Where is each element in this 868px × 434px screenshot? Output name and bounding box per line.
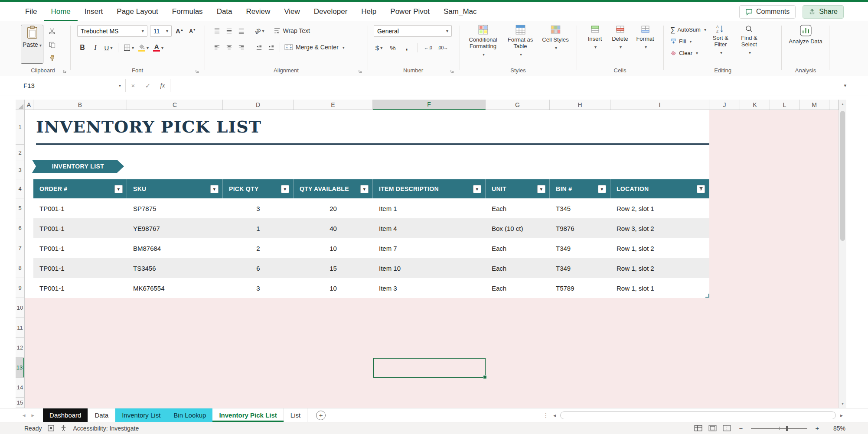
row-header-2[interactable]: 2 — [16, 145, 24, 161]
cell-row9-item-description[interactable]: Item 3 — [373, 278, 486, 298]
menu-tab-home[interactable]: Home — [44, 2, 77, 21]
zoom-slider-thumb[interactable] — [786, 426, 788, 431]
tab-nav-left-icon[interactable]: ◂ — [23, 412, 26, 418]
underline-button[interactable]: U▾ — [103, 42, 114, 53]
clipboard-dialog-launcher[interactable] — [61, 68, 68, 74]
cell-row5-unit[interactable]: Each — [486, 198, 550, 218]
cell-row7-pick-qty[interactable]: 2 — [223, 238, 294, 258]
row-header-15[interactable]: 15 — [16, 398, 24, 408]
cells-area[interactable]: INVENTORY PICK LIST INVENTORY LIST ORDER… — [25, 110, 839, 408]
cell-row7-bin[interactable]: T349 — [550, 238, 610, 258]
column-header-E[interactable]: E — [294, 100, 373, 110]
column-header-H[interactable]: H — [550, 100, 610, 110]
cell-row8-unit[interactable]: Each — [486, 258, 550, 278]
sheet-tab-dashboard[interactable]: Dashboard — [43, 408, 88, 422]
cell-row9-unit[interactable]: Each — [486, 278, 550, 298]
cell-row6-unit[interactable]: Box (10 ct) — [486, 218, 550, 238]
share-button[interactable]: Share — [803, 5, 844, 19]
increase-decimal-button[interactable]: ←.0 — [423, 42, 433, 53]
alignment-dialog-launcher[interactable] — [357, 68, 363, 74]
comments-button[interactable]: Comments — [739, 5, 796, 19]
percent-style-button[interactable]: % — [388, 42, 398, 53]
macro-record-icon[interactable] — [48, 425, 54, 431]
cell-row8-location[interactable]: Row 1, slot 2 — [610, 258, 709, 278]
orientation-button[interactable]: ab▾ — [254, 25, 265, 36]
normal-view-button[interactable] — [694, 425, 702, 431]
column-header-G[interactable]: G — [486, 100, 550, 110]
column-header-D[interactable]: D — [223, 100, 294, 110]
sheet-tab-bin-lookup[interactable]: Bin Lookup — [167, 408, 212, 422]
increase-font-size-button[interactable]: A▲ — [174, 26, 185, 37]
bold-button[interactable]: B — [77, 42, 88, 53]
cell-row8-pick-qty[interactable]: 6 — [223, 258, 294, 278]
cell-row5-bin[interactable]: T345 — [550, 198, 610, 218]
menu-tab-view[interactable]: View — [277, 2, 307, 21]
format-painter-button[interactable] — [47, 52, 57, 64]
cut-button[interactable] — [47, 26, 57, 37]
cell-row7-sku[interactable]: BM87684 — [127, 238, 223, 258]
row-header-13[interactable]: 13 — [16, 358, 24, 378]
clear-button[interactable]: Clear▾ — [670, 47, 706, 59]
align-left-button[interactable] — [212, 42, 222, 53]
row-header-6[interactable]: 6 — [16, 218, 24, 238]
decrease-decimal-button[interactable]: .00→ — [437, 42, 449, 53]
menu-tab-formulas[interactable]: Formulas — [165, 2, 210, 21]
cell-row6-qty-available[interactable]: 40 — [294, 218, 373, 238]
cell-row7-item-description[interactable]: Item 7 — [373, 238, 486, 258]
wrap-text-button[interactable]: Wrap Text — [273, 25, 311, 36]
enter-button[interactable]: ✓ — [140, 79, 155, 92]
zoom-in-button[interactable]: + — [813, 424, 821, 432]
sheet-tab-list[interactable]: List — [284, 408, 307, 422]
cell-row5-sku[interactable]: SP7875 — [127, 198, 223, 218]
table-resize-handle[interactable] — [705, 294, 709, 298]
column-header-A[interactable]: A — [25, 100, 33, 110]
column-header-B[interactable]: B — [33, 100, 127, 110]
cell-row9-qty-available[interactable]: 10 — [294, 278, 373, 298]
name-box[interactable]: F13▾ — [17, 79, 126, 92]
number-dialog-launcher[interactable] — [449, 68, 455, 74]
decrease-indent-button[interactable] — [254, 42, 264, 53]
accounting-format-button[interactable]: $▾ — [374, 42, 384, 53]
menu-tab-review[interactable]: Review — [239, 2, 277, 21]
copy-button[interactable] — [47, 39, 57, 50]
new-sheet-button[interactable]: + — [316, 411, 326, 420]
comma-style-button[interactable]: , — [401, 42, 412, 53]
row-header-7[interactable]: 7 — [16, 238, 24, 258]
cell-row8-qty-available[interactable]: 15 — [294, 258, 373, 278]
cell-row6-sku[interactable]: YE98767 — [127, 218, 223, 238]
scroll-up-button[interactable]: ▴ — [839, 100, 846, 108]
horizontal-scrollbar[interactable] — [560, 411, 836, 419]
column-header-J[interactable]: J — [709, 100, 740, 110]
cell-row7-location[interactable]: Row 1, slot 2 — [610, 238, 709, 258]
column-header-M[interactable]: M — [799, 100, 829, 110]
zoom-out-button[interactable]: − — [737, 424, 745, 432]
font-name-select[interactable]: Trebuchet MS▾ — [77, 25, 147, 37]
zoom-slider[interactable] — [751, 425, 807, 431]
fill-color-button[interactable]: ▾ — [137, 42, 150, 53]
row-header-1[interactable]: 1 — [16, 110, 24, 145]
row-header-10[interactable]: 10 — [16, 298, 24, 318]
column-header-C[interactable]: C — [127, 100, 223, 110]
tab-nav-right-icon[interactable]: ▸ — [32, 412, 35, 418]
cell-row7-order[interactable]: TP001-1 — [33, 238, 127, 258]
menu-tab-help[interactable]: Help — [354, 2, 383, 21]
cancel-button[interactable]: × — [126, 79, 140, 92]
filter-sort-button-location[interactable] — [697, 185, 705, 193]
align-top-button[interactable] — [212, 25, 222, 36]
cell-row5-pick-qty[interactable]: 3 — [223, 198, 294, 218]
filter-button-pick-qty[interactable]: ▾ — [281, 185, 289, 193]
cell-row6-bin[interactable]: T9876 — [550, 218, 610, 238]
column-header-K[interactable]: K — [740, 100, 770, 110]
cell-row9-location[interactable]: Row 1, slot 1 — [610, 278, 709, 298]
select-all-corner[interactable] — [16, 100, 25, 110]
filter-button-sku[interactable]: ▾ — [210, 185, 219, 193]
row-header-8[interactable]: 8 — [16, 258, 24, 278]
menu-tab-insert[interactable]: Insert — [78, 2, 110, 21]
row-header-9[interactable]: 9 — [16, 278, 24, 298]
sheet-tab-inventory-pick-list[interactable]: Inventory Pick List — [212, 408, 283, 422]
row-header-3[interactable]: 3 — [16, 161, 24, 179]
tab-splitter-handle[interactable]: ⋮ — [543, 412, 549, 419]
page-break-view-button[interactable] — [723, 425, 731, 431]
cell-row7-unit[interactable]: Each — [486, 238, 550, 258]
cell-row5-item-description[interactable]: Item 1 — [373, 198, 486, 218]
